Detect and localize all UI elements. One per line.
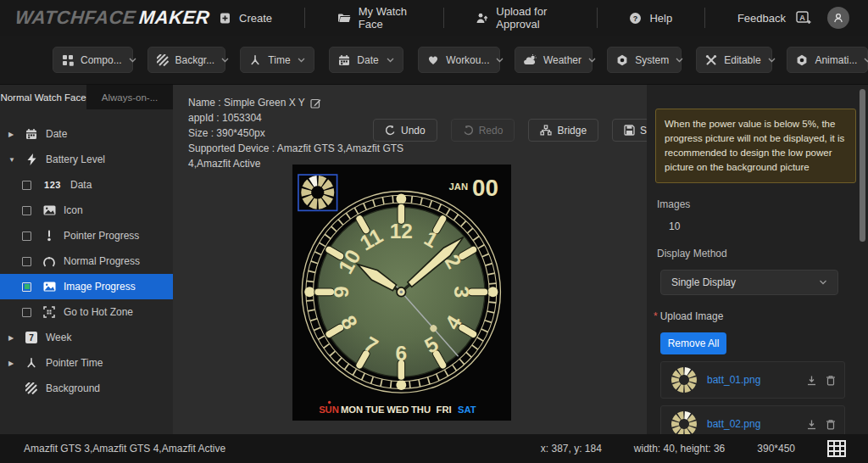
file-name-link[interactable]: batt_02.png [707,418,760,430]
help-icon: ? [629,12,642,25]
toolbar-workout-button[interactable]: Workou... [418,47,500,73]
sidebar-item-week[interactable]: ▶ 7 Week [0,325,173,350]
toolbar-background-button[interactable]: Backgr... [147,47,226,73]
file-name-link[interactable]: batt_01.png [707,374,760,386]
edit-name-icon[interactable] [310,98,321,109]
sidebar-item-date[interactable]: ▶ Date [0,121,173,147]
caret-right-icon[interactable]: ▶ [8,360,20,367]
sidebar-item-normal-progress[interactable]: Normal Progress [0,248,173,274]
display-method-select[interactable]: Single Display [660,270,838,295]
toolbar-weather-button[interactable]: Weather [515,47,593,73]
nav-upload-for-approval[interactable]: Upload for Approval [465,0,574,36]
tools-icon [705,54,717,66]
watchface-info: Name : Simple Green X Y appId : 1053304 … [188,95,403,171]
watch-day-number: 00 [472,175,498,201]
redo-button[interactable]: Redo [451,119,515,142]
toolbar-date-button[interactable]: Date [329,47,403,73]
caret-right-icon[interactable]: ▶ [8,131,20,138]
app-logo: WATCHFACEMAKER [14,7,186,29]
status-devices: Amazfit GTS 3,Amazfit GTS 4,Amazfit Acti… [24,443,225,455]
nav-feedback[interactable]: Feedback [727,0,796,36]
sidebar-item-pointer-time[interactable]: ▶ Pointer Time [0,350,173,376]
background-stripes-icon [24,382,39,394]
toolbar-components-button[interactable]: Compo... [53,47,133,73]
divider [443,8,444,28]
save-icon [624,125,635,136]
nav-my-watch-face[interactable]: My Watch Face [327,0,421,36]
checkbox-checked[interactable] [22,282,31,292]
watchface-devices-line1: Supported Device : Amazfit GTS 3,Amazfit… [188,141,403,156]
trash-icon[interactable] [826,419,836,430]
sidebar-item-icon[interactable]: Icon [0,198,173,223]
remove-all-button[interactable]: Remove All [660,332,726,354]
sidebar-item-battery-level[interactable]: ▼ Battery Level [0,147,173,172]
data-123-icon: 123 [42,180,64,190]
svg-text:6: 6 [396,342,408,365]
grid-icon[interactable] [827,440,846,457]
file-row-batt02: batt_02.png [660,405,845,434]
checkbox[interactable] [22,206,31,215]
toolbar-system-button[interactable]: System [607,47,682,73]
nav-upload-label: Upload for Approval [496,5,564,31]
images-label: Images [657,198,868,210]
sidebar-item-go-to-hot-zone[interactable]: Go to Hot Zone [0,299,173,325]
sidebar-item-pointer-progress[interactable]: Pointer Progress [0,223,173,248]
checkbox[interactable] [22,308,31,317]
image-icon [42,282,57,292]
week-7-icon: 7 [24,332,39,343]
caret-right-icon[interactable]: ▶ [8,334,20,342]
chevron-down-icon [129,58,136,63]
svg-text:WED: WED [387,404,409,415]
sidebar-item-data[interactable]: 123 Data [0,172,173,198]
toolbar-time-button[interactable]: Time [240,47,314,73]
folder-icon [337,12,351,24]
tab-always-on[interactable]: Always-on-... [86,85,173,109]
bridge-button[interactable]: Bridge [528,119,598,142]
svg-text:12: 12 [390,220,413,243]
undo-button[interactable]: Undo [373,119,437,142]
properties-panel: When the power value is below 5%, the pr… [647,85,868,434]
user-avatar[interactable] [827,7,849,29]
upload-image-label: *Upload Image [654,310,868,322]
checkbox[interactable] [22,181,31,190]
svg-text:9: 9 [330,286,353,298]
toolbar-animation-button[interactable]: Animati... [787,47,868,73]
nav-help[interactable]: ? Help [619,0,682,36]
watchface-size: Size : 390*450px [188,126,403,141]
chevron-down-icon [221,58,229,63]
checkbox[interactable] [22,257,31,266]
checkbox[interactable] [22,232,31,241]
trash-icon[interactable] [826,375,836,386]
watchface-render: 12 1 2 3 4 5 6 7 8 9 10 11 JAN 00 [292,165,511,421]
normal-progress-icon [42,256,57,267]
nav-create[interactable]: Create [209,0,282,36]
nav-my-watch-face-label: My Watch Face [359,5,411,31]
redo-icon [463,125,474,136]
download-icon[interactable] [806,419,817,430]
watch-month: JAN [449,181,468,192]
toolbar-editable-button[interactable]: Editable [696,47,772,73]
images-count: 10 [669,220,868,232]
sidebar-item-image-progress[interactable]: Image Progress [0,274,173,299]
status-resolution: 390*450 [757,443,795,455]
scrollbar-thumb[interactable] [860,89,865,242]
sidebar-item-background[interactable]: Background [0,376,173,401]
svg-text:TUE: TUE [365,404,385,415]
file-thumbnail [670,410,698,434]
caret-down-icon[interactable]: ▼ [8,156,20,164]
create-icon [219,12,231,25]
translate-icon[interactable]: A [796,11,812,25]
svg-text:FRI: FRI [437,404,452,415]
tab-normal-watch-face[interactable]: Normal Watch Face [0,85,86,109]
nut-icon [616,54,628,66]
divider [704,8,705,28]
upload-person-icon [476,12,488,25]
watchface-preview[interactable]: 12 1 2 3 4 5 6 7 8 9 10 11 JAN 00 [292,165,511,421]
calendar-icon [24,128,39,140]
svg-text:3: 3 [450,286,473,298]
svg-text:THU: THU [411,404,431,415]
download-icon[interactable] [806,375,817,386]
top-bar: WATCHFACEMAKER Create My Watch Face Uplo… [0,0,868,36]
weather-icon [524,54,537,65]
lightning-icon [24,153,39,165]
